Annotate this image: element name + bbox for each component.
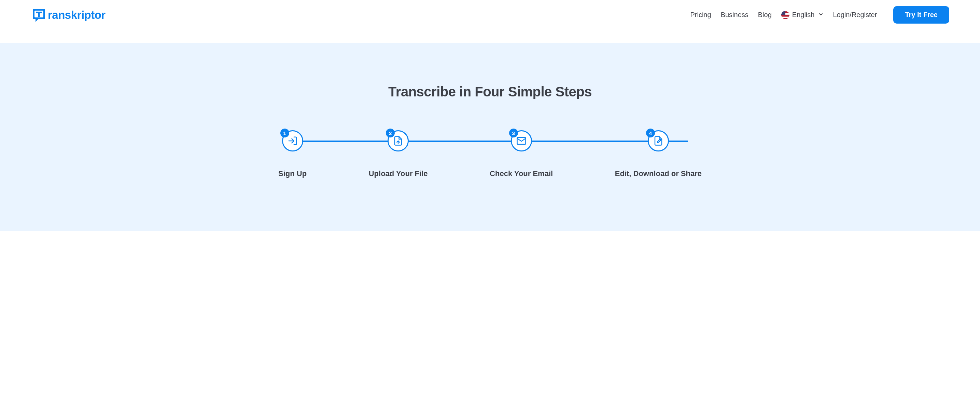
nav-business[interactable]: Business xyxy=(721,11,748,19)
language-selector[interactable]: English xyxy=(781,11,824,19)
logo-text: ranskriptor xyxy=(48,8,105,22)
step-circle: 1 xyxy=(282,130,303,152)
steps-wrapper: 1 Sign Up 2 xyxy=(272,130,708,178)
hero-title: Transcribe in Four Simple Steps xyxy=(0,84,980,99)
step-number: 2 xyxy=(386,129,395,137)
svg-point-11 xyxy=(783,12,784,12)
step-signup: 1 Sign Up xyxy=(278,130,307,178)
step-number: 1 xyxy=(280,129,289,137)
main-nav: Pricing Business Blog xyxy=(690,6,949,24)
step-email: 3 Check Your Email xyxy=(490,130,553,178)
chevron-down-icon xyxy=(818,12,823,18)
nav-blog[interactable]: Blog xyxy=(758,11,772,19)
svg-point-15 xyxy=(784,13,785,13)
steps-container: 1 Sign Up 2 xyxy=(272,130,708,178)
nav-login[interactable]: Login/Register xyxy=(833,11,877,19)
step-number: 4 xyxy=(646,129,655,137)
step-label: Upload Your File xyxy=(369,169,428,178)
svg-point-12 xyxy=(784,12,785,12)
svg-point-16 xyxy=(782,14,783,14)
step-circle: 2 xyxy=(388,130,409,152)
edit-file-icon xyxy=(653,136,663,146)
svg-rect-2 xyxy=(38,12,40,17)
step-upload: 2 Upload Your File xyxy=(369,130,428,178)
svg-point-18 xyxy=(784,14,785,14)
step-number: 3 xyxy=(509,129,518,137)
step-label: Check Your Email xyxy=(490,169,553,178)
hero-section: Transcribe in Four Simple Steps 1 Sign U… xyxy=(0,43,980,231)
step-edit: 4 Edit, Download or Share xyxy=(615,130,702,178)
upload-file-icon xyxy=(393,136,403,146)
nav-pricing[interactable]: Pricing xyxy=(690,11,711,19)
step-label: Edit, Download or Share xyxy=(615,169,702,178)
svg-rect-7 xyxy=(781,16,789,16)
main-header: ranskriptor Pricing Business Blog xyxy=(0,0,980,30)
svg-point-17 xyxy=(783,14,784,14)
flag-icon xyxy=(781,11,789,19)
step-circle: 3 xyxy=(511,130,532,152)
try-free-button[interactable]: Try It Free xyxy=(893,6,949,24)
signin-icon xyxy=(288,136,298,146)
svg-point-13 xyxy=(782,13,783,13)
svg-point-14 xyxy=(783,13,784,13)
step-label: Sign Up xyxy=(278,169,307,178)
language-label: English xyxy=(792,11,815,19)
mail-icon xyxy=(516,136,527,146)
logo-icon xyxy=(31,7,47,23)
svg-point-10 xyxy=(782,12,783,12)
svg-rect-8 xyxy=(781,17,789,18)
step-circle: 4 xyxy=(648,130,669,152)
logo[interactable]: ranskriptor xyxy=(31,7,105,23)
